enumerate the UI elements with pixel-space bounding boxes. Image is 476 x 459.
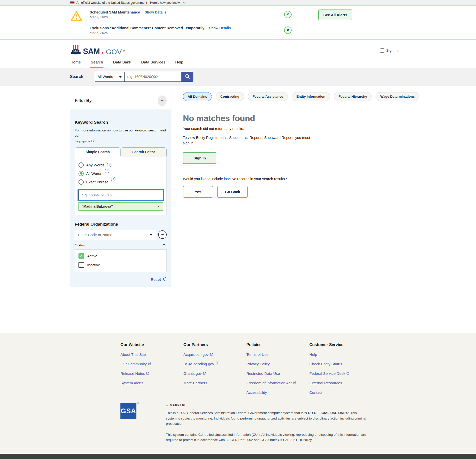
external-link-icon	[203, 371, 206, 376]
warning-triangle-icon	[70, 10, 82, 22]
footer-link-help[interactable]: Help	[309, 352, 372, 357]
footer-link-about-this-site[interactable]: About This Site	[120, 352, 183, 357]
footer-link-privacy-policy[interactable]: Privacy Policy	[246, 362, 309, 366]
info-icon[interactable]: i	[107, 163, 111, 167]
alert-close-button[interactable]: ×	[284, 26, 292, 34]
radio-all-words-label: All Words	[86, 171, 102, 176]
results-subtitle: Your search did not return any results.	[183, 127, 419, 131]
search-mode-value: All Words	[97, 75, 113, 79]
footer-link-label: More Partners	[183, 381, 207, 385]
federal-orgs-heading: Federal Organizations	[75, 222, 167, 227]
info-icon[interactable]: i	[111, 177, 115, 181]
footer-link-label: Help	[309, 352, 317, 357]
footer-col-our-website: Our Website About This Site Our Communit…	[120, 343, 183, 395]
footer-link-system-alerts[interactable]: System Alerts	[120, 381, 183, 385]
warning-sign-icon: ⚠	[166, 403, 168, 407]
search-input[interactable]	[125, 72, 182, 82]
gsa-logo: GSA ®	[120, 403, 136, 443]
info-icon[interactable]: i	[105, 169, 109, 173]
footer-link-label: Release Notes	[120, 371, 145, 376]
search-label: Search	[70, 74, 83, 79]
footer-link-label: Accessibility	[246, 390, 267, 395]
checkbox-inactive[interactable]	[78, 262, 84, 268]
domain-pills: All Domains Contracting Federal Assistan…	[183, 92, 419, 101]
footer-heading: Policies	[246, 343, 309, 347]
footer-link-acquisition-gov[interactable]: Acquisition.gov	[183, 352, 246, 357]
collapse-filters-button[interactable]: −	[158, 95, 167, 106]
alert-exclusions: Exclusions “Additional Comments” Content…	[86, 24, 295, 37]
keyword-search-heading: Keyword Search	[75, 120, 167, 125]
go-back-button[interactable]: Go Back	[217, 186, 248, 198]
banner-text: An official website of the United States…	[76, 1, 147, 4]
footer-link-check-entity-status[interactable]: Check Entity Status	[309, 362, 372, 366]
pill-contracting[interactable]: Contracting	[216, 92, 244, 101]
footer-col-policies: Policies Terms of Use Privacy Policy Res…	[246, 343, 309, 395]
show-details-link[interactable]: Show Details	[145, 10, 166, 14]
nav-item-home[interactable]: Home	[70, 58, 81, 68]
search-mode-select[interactable]: All Words	[95, 72, 125, 82]
reset-refresh-icon[interactable]	[163, 277, 167, 282]
help-guide-label: help guide	[75, 139, 90, 143]
pill-wage-determinations[interactable]: Wage Determinations	[376, 92, 420, 101]
nav-item-search[interactable]: Search	[90, 58, 103, 68]
federal-orgs-select[interactable]: Enter Code or Name	[75, 230, 156, 240]
warning-heading-text: WARNING	[170, 403, 187, 407]
alert-title: Scheduled SAM Maintenance	[90, 10, 140, 14]
pill-federal-hierarchy[interactable]: Federal Hierarchy	[334, 92, 372, 101]
tab-search-editor[interactable]: Search Editor	[121, 147, 167, 156]
footer-link-grants-gov[interactable]: Grants.gov	[183, 371, 246, 376]
radio-all-words[interactable]	[78, 171, 84, 176]
alert-close-button[interactable]: ×	[284, 11, 292, 18]
banner-how-link[interactable]: Here’s how you know	[150, 1, 180, 4]
more-options-button[interactable]: •••	[158, 230, 167, 239]
footer-link-our-community[interactable]: Our Community	[120, 362, 183, 366]
footer-col-customer-service: Customer Service Help Check Entity Statu…	[309, 343, 372, 395]
text-caret	[81, 192, 81, 198]
footer-heading: Our Website	[120, 343, 183, 347]
pill-all-domains[interactable]: All Domains	[183, 92, 212, 101]
see-all-alerts-button[interactable]: See All Alerts	[318, 9, 352, 20]
keyword-input[interactable]	[78, 190, 163, 200]
footer-link-label: Acquisition.gov	[183, 352, 209, 357]
footer-link-accessibility[interactable]: Accessibility	[246, 390, 309, 395]
chip-close-icon[interactable]: ×	[157, 204, 160, 209]
radio-exact-phrase[interactable]	[78, 179, 84, 185]
footer-link-more-partners[interactable]: More Partners	[183, 381, 246, 385]
sam-gov-logo[interactable]: SAM ★ GOV ®	[70, 45, 125, 56]
show-details-link[interactable]: Show Details	[209, 26, 231, 30]
warning-paragraph-1: This is a U.S. General Services Administ…	[166, 410, 367, 427]
federal-orgs-placeholder: Enter Code or Name	[78, 233, 112, 237]
footer-link-foia[interactable]: Freedom of Information Act	[246, 381, 309, 385]
footer-link-contact[interactable]: Contact	[309, 390, 372, 395]
chevron-up-icon[interactable]	[162, 244, 166, 247]
yes-button[interactable]: Yes	[183, 186, 213, 198]
sign-in-button[interactable]: Sign In	[183, 152, 216, 164]
footer-link-external-resources[interactable]: External Resources	[309, 381, 372, 385]
footer-link-release-notes[interactable]: Release Notes	[120, 371, 183, 376]
warning-bold-text: "FOR OFFICIAL USE ONLY."	[304, 411, 350, 415]
nav-item-help[interactable]: Help	[175, 58, 184, 68]
footer-link-federal-service-desk[interactable]: Federal Service Desk	[309, 371, 372, 376]
checkbox-active[interactable]: ✓	[78, 253, 84, 259]
help-guide-link[interactable]: help guide	[75, 139, 94, 143]
footer-link-terms-of-use[interactable]: Terms of Use	[246, 352, 309, 357]
filter-by-title: Filter By	[75, 98, 92, 103]
results-signin-note: To view Entity Registrations, Subcontrac…	[183, 135, 310, 146]
warning-text: This is a U.S. General Services Administ…	[166, 411, 304, 415]
footer-link-restricted-data-use[interactable]: Restricted Data Use	[246, 371, 309, 376]
pill-entity-information[interactable]: Entity Information	[292, 92, 330, 101]
sign-in-label: Sign In	[386, 48, 398, 52]
registered-mark: ®	[137, 402, 139, 405]
sign-in-arrow-icon: ←	[380, 48, 384, 53]
sign-in-link[interactable]: ← Sign In	[380, 48, 398, 53]
search-submit-button[interactable]	[182, 72, 193, 82]
pill-federal-assistance[interactable]: Federal Assistance	[248, 92, 288, 101]
radio-any-words[interactable]	[78, 162, 84, 168]
keyword-card: Any Words i All Words i Exact Phrase i	[75, 156, 167, 215]
reset-link[interactable]: Reset	[151, 277, 161, 282]
chevron-down-icon[interactable]	[183, 1, 186, 3]
nav-item-data-bank[interactable]: Data Bank	[112, 58, 131, 68]
nav-item-data-services[interactable]: Data Services	[141, 58, 166, 68]
tab-simple-search[interactable]: Simple Search	[75, 147, 121, 156]
footer-link-usaspending-gov[interactable]: USASpending.gov	[183, 362, 246, 366]
